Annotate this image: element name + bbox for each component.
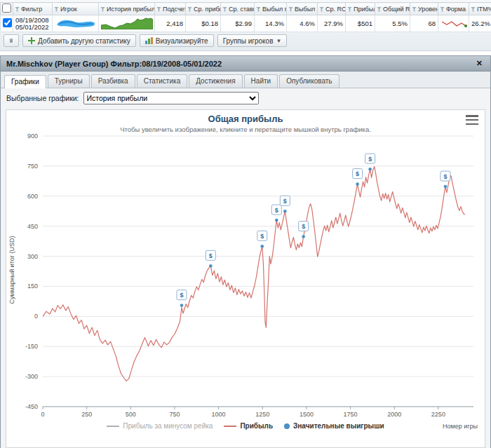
header-checkbox-cell (1, 3, 13, 15)
total-roi-cell: 5.5% (375, 15, 410, 32)
svg-text:2250: 2250 (431, 411, 445, 418)
col-avg-roi[interactable]: Ср. ROI (318, 3, 346, 15)
tab-tournaments[interactable]: Турниры (48, 74, 90, 88)
filter-icon (288, 7, 293, 12)
col-filter[interactable]: Фильтр (13, 3, 53, 15)
close-icon[interactable]: ✕ (474, 59, 485, 68)
avg-stake-cell: $2.99 (221, 15, 255, 32)
chart-legend: Прибыль за минусом рейка Прибыль Значите… (6, 422, 485, 430)
filter-icon (256, 7, 261, 12)
add-stat-button[interactable]: Добавить другую статистику (22, 34, 136, 47)
filter-date-from: 08/19/2008 (15, 17, 50, 24)
svg-text:600: 600 (27, 193, 38, 200)
stats-header-row: Фильтр Игрок История прибыли Подсчет Ср.… (1, 3, 491, 15)
legend-item-big-wins[interactable]: Значительные выигрыши (284, 422, 384, 430)
col-level[interactable]: Уровень (410, 3, 438, 15)
filter-icon (222, 7, 227, 12)
svg-text:500: 500 (126, 411, 136, 418)
tab-graphs[interactable]: Графики (4, 75, 46, 88)
filter-dates-cell: 08/19/2008 05/01/2022 (13, 15, 53, 32)
filter-icon (347, 7, 352, 12)
svg-text:1000: 1000 (212, 411, 226, 418)
profit-line-chart[interactable]: 9007506004503001500-150-300-450025050075… (6, 133, 483, 422)
avg-profit-cell: $0.18 (186, 15, 221, 32)
tab-bar: Графики Турниры Разбивка Статистика Дост… (1, 72, 490, 88)
svg-text:$: $ (209, 252, 213, 259)
filter-icon (156, 7, 161, 12)
row-checkbox-cell (1, 15, 13, 32)
svg-text:$: $ (443, 173, 447, 180)
table-row[interactable]: 08/19/2008 05/01/2022 2,418 $0.18 $2.9 (1, 15, 491, 32)
col-count[interactable]: Подсчет (155, 3, 186, 15)
tab-breakdown[interactable]: Разбивка (91, 74, 135, 88)
tab-find[interactable]: Найти (244, 74, 278, 88)
x-axis-label: Номер игры (443, 423, 478, 430)
legend-item-profit[interactable]: Прибыль (224, 422, 273, 430)
itm-cell: 26.2% (469, 15, 491, 32)
busted-late-cell: 14.3% (255, 15, 287, 32)
col-profit[interactable]: Прибыль (346, 3, 375, 15)
profit-history-sparkline (99, 15, 155, 32)
col-avg-profit[interactable]: Ср. прибыль (186, 3, 221, 15)
filter-icon (412, 7, 417, 12)
tab-achievements[interactable]: Достижения (189, 74, 242, 88)
filter-icon (54, 7, 59, 12)
toolbar: Добавить другую статистику Визуализируйт… (0, 32, 491, 50)
svg-text:300: 300 (27, 253, 38, 260)
filter-date-to: 05/01/2022 (15, 24, 50, 31)
chart-subtitle: Чтобы увеличить изображение, кликните и … (6, 124, 485, 133)
filter-icon (319, 7, 324, 12)
svg-text:$: $ (283, 198, 287, 205)
profit-chart-panel: Общая прибыль Чтобы увеличить изображени… (6, 109, 485, 448)
svg-text:$: $ (275, 207, 278, 214)
player-name-cell (53, 15, 99, 32)
col-form[interactable]: Форма (438, 3, 469, 15)
col-busted-early[interactable]: Выбыл ран (287, 3, 318, 15)
svg-text:-300: -300 (25, 373, 38, 380)
form-sparkline (438, 15, 469, 32)
svg-text:$: $ (260, 233, 264, 240)
svg-text:750: 750 (169, 411, 180, 418)
svg-text:-450: -450 (25, 403, 38, 410)
col-player[interactable]: Игрок (53, 3, 99, 15)
panel-title: Mr.Mischkov (Player Group) Фильтр:08/19/… (6, 60, 222, 68)
profit-cell: $501 (346, 15, 375, 32)
legend-item-rake[interactable]: Прибыль за минусом рейка (107, 422, 213, 430)
rake-line-swatch (107, 426, 119, 427)
graph-select[interactable]: История прибыли (83, 92, 259, 104)
col-busted-late[interactable]: Выбыл поз (255, 3, 287, 15)
svg-text:1250: 1250 (255, 411, 269, 418)
col-total-roi[interactable]: Общий ROI (375, 3, 410, 15)
svg-text:0: 0 (34, 313, 38, 320)
tab-statistics[interactable]: Статистика (137, 74, 188, 88)
svg-text:250: 250 (81, 411, 92, 418)
stats-grid-section: Фильтр Игрок История прибыли Подсчет Ср.… (0, 0, 491, 51)
svg-text:150: 150 (27, 283, 38, 290)
big-wins-dot-swatch (284, 423, 290, 429)
tab-publish[interactable]: Опубликовать (279, 74, 339, 88)
select-all-checkbox[interactable] (2, 4, 11, 13)
filter-icon (187, 7, 192, 12)
col-itm[interactable]: ITM% (469, 3, 491, 15)
busted-early-cell: 4.6% (287, 15, 318, 32)
player-groups-button[interactable]: Группы игроков ▼ (217, 34, 288, 47)
col-profit-history[interactable]: История прибыли (99, 3, 155, 15)
svg-text:0: 0 (41, 411, 44, 418)
chart-menu-icon[interactable] (466, 115, 478, 125)
svg-text:$: $ (356, 170, 359, 177)
svg-text:$: $ (368, 156, 372, 163)
delete-button[interactable] (4, 34, 19, 47)
visualize-button[interactable]: Визуализируйте (140, 34, 214, 47)
filter-icon (100, 7, 105, 12)
svg-text:750: 750 (27, 163, 38, 170)
trash-icon (9, 36, 13, 45)
col-avg-stake[interactable]: Ср. ставка (221, 3, 255, 15)
graph-select-row: Выбранные графики: История прибыли (1, 88, 490, 108)
plus-icon (28, 37, 35, 44)
chart-title: Общая прибыль (6, 110, 485, 124)
filter-icon (471, 7, 476, 12)
row-checkbox[interactable] (3, 18, 12, 27)
count-cell: 2,418 (155, 15, 186, 32)
svg-text:2000: 2000 (387, 411, 401, 418)
avg-roi-cell: 27.9% (318, 15, 346, 32)
